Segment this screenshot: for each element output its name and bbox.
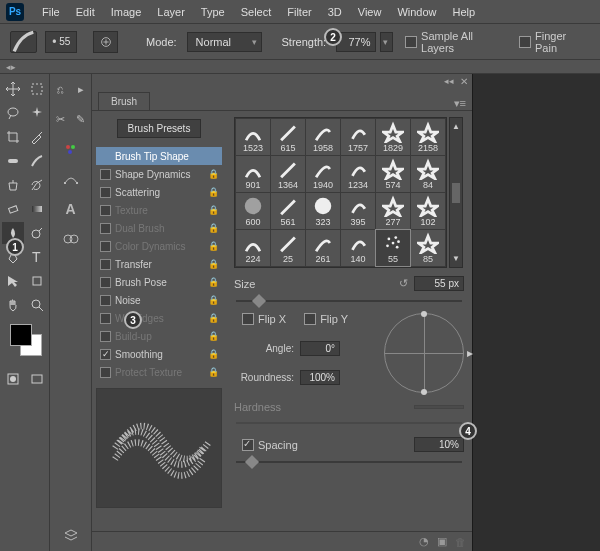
spacing-slider[interactable] xyxy=(236,456,462,468)
brush-presets-panel-icon[interactable]: ✎ xyxy=(72,110,90,128)
brush-tip-85[interactable]: 85 xyxy=(411,230,445,266)
move-tool[interactable] xyxy=(2,78,24,100)
roundness-field[interactable]: 100% xyxy=(300,370,340,385)
brush-setting-smoothing[interactable]: Smoothing🔒 xyxy=(96,345,222,363)
cc-libraries-icon[interactable] xyxy=(62,230,80,248)
brush-tip-84[interactable]: 84 xyxy=(411,156,445,192)
reset-size-icon[interactable]: ↺ xyxy=(399,277,408,290)
panel-close-icon[interactable]: ✕ xyxy=(460,76,468,87)
panel-menu-icon[interactable]: ▾≡ xyxy=(448,97,472,110)
hand-tool[interactable] xyxy=(2,294,24,316)
menu-filter[interactable]: Filter xyxy=(279,6,319,18)
flip-y-checkbox[interactable]: Flip Y xyxy=(304,313,348,325)
gradient-tool[interactable] xyxy=(26,198,48,220)
layers-panel-icon[interactable] xyxy=(62,527,80,545)
mode-dropdown[interactable]: Normal xyxy=(187,32,262,52)
menu-edit[interactable]: Edit xyxy=(68,6,103,18)
brushes-panel-icon[interactable]: ✂ xyxy=(52,110,70,128)
paths-panel-icon[interactable] xyxy=(62,170,80,188)
brush-tip-1523[interactable]: 1523 xyxy=(236,119,270,155)
collapse-left-icon[interactable]: ◂▸ xyxy=(6,62,16,72)
dodge-tool[interactable] xyxy=(26,222,48,244)
brush-tip-1829[interactable]: 1829 xyxy=(376,119,410,155)
toggle-preview-icon[interactable]: ◔ xyxy=(419,535,429,548)
current-tool-icon[interactable] xyxy=(10,31,37,53)
canvas-area[interactable] xyxy=(472,74,600,551)
brush-pressure-icon[interactable] xyxy=(93,31,119,53)
strength-field[interactable]: 77% xyxy=(336,32,375,52)
zoom-tool[interactable] xyxy=(26,294,48,316)
brush-tip-1940[interactable]: 1940 xyxy=(306,156,340,192)
menu-image[interactable]: Image xyxy=(103,6,150,18)
brush-tip-1234[interactable]: 1234 xyxy=(341,156,375,192)
foreground-color-swatch[interactable] xyxy=(10,324,32,346)
brush-tip-1757[interactable]: 1757 xyxy=(341,119,375,155)
finger-painting-checkbox[interactable]: Finger Pain xyxy=(519,30,590,54)
brush-tip-600[interactable]: 600 xyxy=(236,193,270,229)
spacing-checkbox[interactable]: ✓Spacing xyxy=(242,439,298,451)
marquee-tool[interactable] xyxy=(26,78,48,100)
actions-panel-icon[interactable]: ▸ xyxy=(72,80,90,98)
tab-brush[interactable]: Brush xyxy=(98,92,150,110)
brush-grid-scrollbar[interactable]: ▲ ▼ xyxy=(449,117,463,268)
brush-tip-277[interactable]: 277 xyxy=(376,193,410,229)
type-tool[interactable]: T xyxy=(26,246,48,268)
new-preset-icon[interactable]: ▣ xyxy=(437,535,447,548)
brush-tip-574[interactable]: 574 xyxy=(376,156,410,192)
healing-brush-tool[interactable] xyxy=(2,150,24,172)
brush-tip-102[interactable]: 102 xyxy=(411,193,445,229)
brush-presets-button[interactable]: Brush Presets xyxy=(117,119,202,138)
strength-dropdown-arrow[interactable] xyxy=(380,32,394,52)
menu-help[interactable]: Help xyxy=(445,6,484,18)
brush-tip-615[interactable]: 615 xyxy=(271,119,305,155)
menu-file[interactable]: File xyxy=(34,6,68,18)
crop-tool[interactable] xyxy=(2,126,24,148)
menu-view[interactable]: View xyxy=(350,6,390,18)
quick-mask-icon[interactable] xyxy=(2,368,24,390)
brush-setting-transfer[interactable]: Transfer🔒 xyxy=(96,255,222,273)
path-selection-tool[interactable] xyxy=(2,270,24,292)
color-swatches[interactable] xyxy=(6,324,43,360)
brush-tip-1958[interactable]: 1958 xyxy=(306,119,340,155)
brush-tip-323[interactable]: 323 xyxy=(306,193,340,229)
brush-tip-2158[interactable]: 2158 xyxy=(411,119,445,155)
brush-setting-shape-dynamics[interactable]: Shape Dynamics🔒 xyxy=(96,165,222,183)
brush-tip-25[interactable]: 25 xyxy=(271,230,305,266)
flip-x-checkbox[interactable]: Flip X xyxy=(242,313,286,325)
brush-tip-224[interactable]: 224 xyxy=(236,230,270,266)
brush-tool[interactable] xyxy=(26,150,48,172)
spacing-field[interactable]: 10% xyxy=(414,437,464,452)
shape-tool[interactable] xyxy=(26,270,48,292)
eraser-tool[interactable] xyxy=(2,198,24,220)
menu-layer[interactable]: Layer xyxy=(149,6,193,18)
brush-tip-261[interactable]: 261 xyxy=(306,230,340,266)
menu-type[interactable]: Type xyxy=(193,6,233,18)
brush-tip-55[interactable]: 55 xyxy=(376,230,410,266)
brush-tip-140[interactable]: 140 xyxy=(341,230,375,266)
eyedropper-tool[interactable] xyxy=(26,126,48,148)
angle-field[interactable]: 0° xyxy=(300,341,340,356)
sample-all-layers-checkbox[interactable]: Sample All Layers xyxy=(405,30,507,54)
brush-setting-brush-pose[interactable]: Brush Pose🔒 xyxy=(96,273,222,291)
brush-setting-brush-tip-shape[interactable]: Brush Tip Shape xyxy=(96,147,222,165)
lasso-tool[interactable] xyxy=(2,102,24,124)
history-panel-icon[interactable]: ⎌ xyxy=(52,80,70,98)
menu-select[interactable]: Select xyxy=(233,6,280,18)
size-slider[interactable] xyxy=(236,295,462,307)
scroll-down-icon[interactable]: ▼ xyxy=(452,254,460,263)
brush-setting-noise[interactable]: Noise🔒 xyxy=(96,291,222,309)
brush-tip-395[interactable]: 395 xyxy=(341,193,375,229)
panel-collapse-icon[interactable]: ◂◂ xyxy=(444,76,454,86)
clone-stamp-tool[interactable] xyxy=(2,174,24,196)
menu-3d[interactable]: 3D xyxy=(320,6,350,18)
screen-mode-icon[interactable] xyxy=(26,368,48,390)
delete-icon[interactable]: 🗑 xyxy=(455,536,466,548)
history-brush-tool[interactable] xyxy=(26,174,48,196)
swatches-panel-icon[interactable] xyxy=(62,140,80,158)
brush-tip-901[interactable]: 901 xyxy=(236,156,270,192)
scroll-up-icon[interactable]: ▲ xyxy=(452,122,460,131)
brush-tip-1364[interactable]: 1364 xyxy=(271,156,305,192)
menu-window[interactable]: Window xyxy=(389,6,444,18)
brush-size-picker[interactable]: • 55 xyxy=(45,31,76,53)
brush-tip-561[interactable]: 561 xyxy=(271,193,305,229)
